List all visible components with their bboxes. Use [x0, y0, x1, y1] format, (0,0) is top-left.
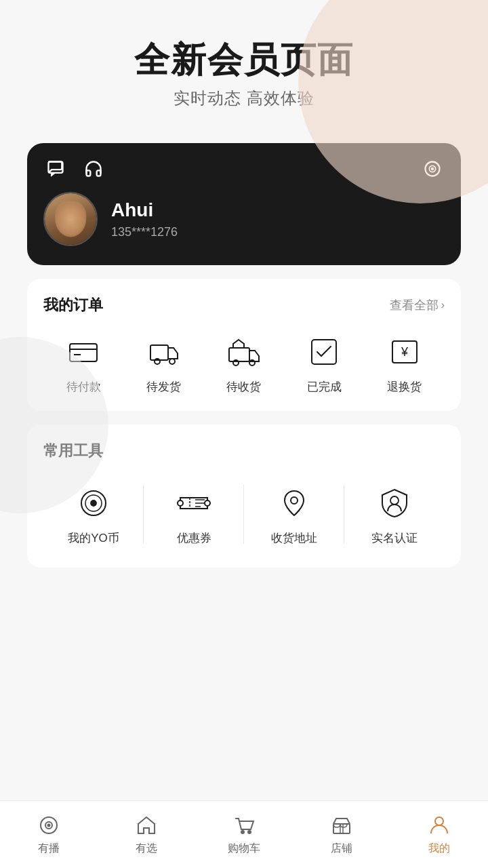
user-name: Ahui [111, 199, 178, 221]
chevron-right-icon: › [441, 299, 445, 311]
svg-rect-7 [150, 345, 168, 360]
order-item-ship[interactable]: 待发货 [144, 332, 184, 395]
order-item-complete[interactable]: 已完成 [304, 332, 344, 395]
svg-rect-13 [312, 340, 336, 364]
nav-label-store: 店铺 [331, 842, 352, 856]
tool-label-verify: 实名认证 [371, 530, 418, 546]
bottom-nav: 有播 有选 购物车 店铺 [0, 800, 488, 868]
nav-label-broadcast: 有播 [38, 842, 60, 856]
order-label-return: 退换货 [387, 379, 422, 395]
orders-header: 我的订单 查看全部 › [43, 295, 445, 315]
tool-item-verify[interactable]: 实名认证 [344, 477, 445, 551]
profile-info: Ahui 135****1276 [43, 192, 445, 246]
store-icon [329, 813, 354, 837]
nav-label-profile: 我的 [428, 842, 450, 856]
svg-point-18 [91, 500, 96, 506]
order-icons-row: 待付款 待发货 [43, 332, 445, 395]
svg-point-9 [169, 359, 175, 364]
svg-point-30 [241, 831, 244, 833]
view-all-button[interactable]: 查看全部 › [390, 297, 445, 313]
nav-item-home[interactable]: 有选 [98, 806, 195, 863]
order-item-return[interactable]: ¥ 退换货 [384, 332, 425, 395]
broadcast-icon [37, 813, 61, 837]
svg-point-31 [248, 831, 251, 833]
yo-coin-icon [73, 483, 114, 524]
svg-point-26 [390, 496, 399, 505]
order-label-ship: 待发货 [146, 379, 181, 395]
user-phone: 135****1276 [111, 225, 178, 239]
svg-point-19 [178, 500, 183, 506]
shipment-icon [144, 332, 184, 372]
svg-point-20 [205, 500, 210, 506]
tools-icons-row: 我的YO币 优惠券 [43, 477, 445, 551]
order-label-delivery: 待收货 [226, 379, 261, 395]
tool-item-address[interactable]: 收货地址 [244, 477, 344, 551]
headset-icon[interactable] [81, 157, 106, 181]
delivery-icon [224, 332, 264, 372]
nav-label-cart: 购物车 [228, 842, 260, 856]
profile-action-icons [43, 157, 106, 181]
order-item-delivery[interactable]: 待收货 [224, 332, 264, 395]
cart-icon [232, 813, 256, 837]
tool-item-yocoin[interactable]: 我的YO币 [43, 477, 144, 551]
return-icon: ¥ [384, 332, 425, 372]
nav-item-store[interactable]: 店铺 [293, 806, 390, 863]
message-icon[interactable] [43, 157, 68, 181]
orders-title: 我的订单 [43, 295, 103, 315]
coupon-icon [174, 483, 214, 524]
tool-item-coupon[interactable]: 优惠券 [144, 477, 244, 551]
svg-text:¥: ¥ [401, 345, 409, 359]
view-all-label: 查看全部 [390, 297, 439, 313]
nav-label-home: 有选 [136, 842, 157, 856]
profile-nav-icon [427, 813, 451, 837]
avatar[interactable] [43, 192, 98, 246]
order-label-complete: 已完成 [307, 379, 342, 395]
verify-icon [374, 483, 415, 524]
complete-icon [304, 332, 344, 372]
tool-label-yocoin: 我的YO币 [68, 530, 119, 546]
svg-point-35 [435, 817, 443, 825]
nav-item-profile[interactable]: 我的 [390, 806, 488, 863]
svg-rect-10 [229, 348, 249, 361]
nav-item-cart[interactable]: 购物车 [195, 806, 293, 863]
home-icon [134, 813, 159, 837]
profile-text: Ahui 135****1276 [111, 199, 178, 239]
address-icon [274, 483, 314, 524]
tool-label-coupon: 优惠券 [177, 530, 211, 546]
nav-item-broadcast[interactable]: 有播 [0, 806, 98, 863]
tool-label-address: 收货地址 [271, 530, 317, 546]
svg-point-25 [291, 497, 298, 504]
svg-point-29 [48, 825, 50, 827]
